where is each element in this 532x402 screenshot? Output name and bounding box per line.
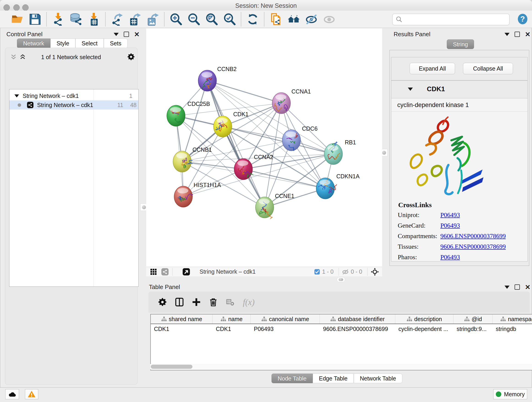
- table-horizontal-scrollbar[interactable]: [150, 364, 532, 370]
- network-panel-options-gear-icon[interactable]: [127, 53, 135, 61]
- tab-style[interactable]: Style: [51, 38, 76, 48]
- table-options-gear-button[interactable]: [154, 295, 171, 309]
- network-edge-count: 48: [130, 102, 137, 108]
- crosslink-value-link[interactable]: 9606.ENSP00000378699: [440, 243, 506, 250]
- create-column-button[interactable]: [188, 295, 205, 309]
- show-hidden-button[interactable]: [321, 12, 338, 27]
- node-label: CCNB1: [192, 147, 212, 153]
- network-collection-row[interactable]: String Network – cdk1 1: [9, 91, 138, 100]
- refresh-button[interactable]: [244, 12, 262, 27]
- import-database-button[interactable]: [67, 12, 85, 27]
- network-canvas[interactable]: CCNB2CCNA1CDC25BCDK1CDC6RB1CCNB1CCNA2CDK…: [146, 28, 382, 267]
- table-panel-float-icon[interactable]: [515, 284, 520, 290]
- export-network-icon: [111, 13, 123, 26]
- first-neighbors-button[interactable]: [285, 12, 303, 27]
- table-cell[interactable]: P06493: [251, 326, 320, 332]
- function-builder-label[interactable]: f(x): [243, 297, 254, 307]
- network-node-ccna1[interactable]: CCNA1: [272, 88, 311, 114]
- network-node-rb1[interactable]: RB1: [324, 139, 356, 165]
- collection-expand-icon[interactable]: [14, 95, 19, 97]
- help-button[interactable]: [516, 13, 529, 26]
- toolbar-divider: [339, 268, 339, 276]
- network-row-label: String Network – cdk1: [37, 102, 93, 108]
- crosslink-value-link[interactable]: P06493: [440, 254, 460, 261]
- export-image-button[interactable]: [144, 12, 162, 27]
- export-table-button[interactable]: [126, 12, 144, 27]
- zoom-selected-button[interactable]: [221, 12, 239, 27]
- expand-all-button[interactable]: Expand All: [410, 63, 455, 74]
- search-input[interactable]: [405, 15, 509, 24]
- import-network-button[interactable]: [49, 12, 67, 27]
- collapse-all-networks-icon[interactable]: [10, 54, 17, 61]
- crosslink-value-link[interactable]: P06493: [440, 211, 460, 219]
- collapse-all-button[interactable]: Collapse All: [463, 63, 513, 74]
- table-cell[interactable]: CDK1: [151, 326, 213, 332]
- control-panel-float-icon[interactable]: [124, 32, 129, 37]
- expand-all-networks-icon[interactable]: [19, 54, 26, 61]
- column-header-name[interactable]: name: [213, 314, 251, 324]
- zoom-fit-button[interactable]: [203, 12, 221, 27]
- control-panel-close-icon[interactable]: ✕: [134, 32, 139, 37]
- open-session-button[interactable]: [8, 12, 26, 27]
- delete-table-button-disabled[interactable]: [222, 295, 239, 309]
- detach-view-icon[interactable]: [182, 268, 190, 276]
- tab-network[interactable]: Network: [17, 38, 51, 48]
- delete-column-button[interactable]: [205, 295, 222, 309]
- zoom-out-button[interactable]: [185, 12, 203, 27]
- crosslink-value-link[interactable]: 9606.ENSP00000378699: [440, 232, 506, 240]
- tab-node-table[interactable]: Node Table: [272, 374, 313, 383]
- results-button-row: Expand All Collapse All: [391, 57, 528, 80]
- selected-checkbox-icon[interactable]: [314, 269, 320, 275]
- import-table-button[interactable]: [85, 12, 103, 27]
- network-node-cdkn1a[interactable]: CDKN1A: [316, 173, 360, 199]
- search-box[interactable]: [392, 14, 510, 25]
- zoom-in-button[interactable]: [167, 12, 185, 27]
- control-panel-menu-icon[interactable]: [114, 33, 119, 36]
- hide-selection-button[interactable]: [303, 12, 321, 27]
- network-node-ccne1[interactable]: CCNE1: [255, 193, 294, 219]
- export-network-button[interactable]: [108, 12, 126, 27]
- column-header-at-id[interactable]: @id: [453, 314, 493, 324]
- table-cell[interactable]: CDK1: [213, 326, 251, 332]
- table-cell[interactable]: cyclin-dependent ...: [395, 326, 453, 332]
- show-columns-button[interactable]: [171, 295, 188, 309]
- column-header-canonical-name[interactable]: canonical name: [251, 314, 320, 324]
- table-cell[interactable]: 9606.ENSP00000378699: [320, 326, 395, 332]
- scrollbar-thumb[interactable]: [151, 365, 192, 369]
- network-edges[interactable]: [176, 81, 333, 207]
- tab-sets[interactable]: Sets: [104, 38, 128, 48]
- warnings-button[interactable]: [25, 389, 38, 399]
- memory-button[interactable]: Memory: [493, 389, 527, 399]
- results-panel-menu-icon[interactable]: [505, 33, 510, 36]
- birds-eye-view-icon[interactable]: [150, 268, 157, 275]
- table-row[interactable]: CDK1CDK1P064939606.ENSP00000378699cyclin…: [151, 324, 532, 334]
- fit-selected-crosshair-icon[interactable]: [371, 268, 379, 276]
- tab-edge-table[interactable]: Edge Table: [313, 374, 354, 383]
- gene-section-header[interactable]: CDK1: [391, 81, 527, 98]
- network-node-ccnb1[interactable]: CCNB1: [173, 147, 212, 172]
- gene-collapse-icon[interactable]: [408, 88, 413, 91]
- results-panel-close-icon[interactable]: ✕: [525, 32, 530, 37]
- results-panel-float-icon[interactable]: [515, 32, 520, 37]
- crosslink-value-link[interactable]: P06493: [440, 222, 460, 229]
- network-list-column-divider: [94, 89, 94, 287]
- tab-network-table[interactable]: Network Table: [354, 374, 402, 383]
- duplicate-network-button[interactable]: [267, 12, 285, 27]
- network-node-ccna2[interactable]: CCNA2: [234, 154, 273, 180]
- column-header-namespace[interactable]: namespace: [493, 314, 532, 324]
- tab-string[interactable]: String: [447, 39, 474, 49]
- network-row[interactable]: String Network – cdk1 11 48: [9, 100, 138, 109]
- column-header-shared-name[interactable]: shared name: [151, 314, 213, 324]
- cloud-status-button[interactable]: [5, 389, 19, 399]
- table-cell[interactable]: stringdb:9...: [453, 326, 493, 332]
- network-node-hist1h1a[interactable]: HIST1H1A: [174, 182, 221, 207]
- column-header-database-identifier[interactable]: database identifier: [320, 314, 395, 324]
- table-panel-close-icon[interactable]: ✕: [525, 285, 530, 289]
- column-header-label: @id: [472, 316, 482, 322]
- table-cell[interactable]: stringdb: [493, 326, 532, 332]
- save-session-button[interactable]: [26, 12, 44, 27]
- column-header-description[interactable]: description: [395, 314, 453, 324]
- network-type-icon: [161, 268, 169, 276]
- table-panel-menu-icon[interactable]: [505, 286, 510, 289]
- tab-select[interactable]: Select: [75, 38, 104, 48]
